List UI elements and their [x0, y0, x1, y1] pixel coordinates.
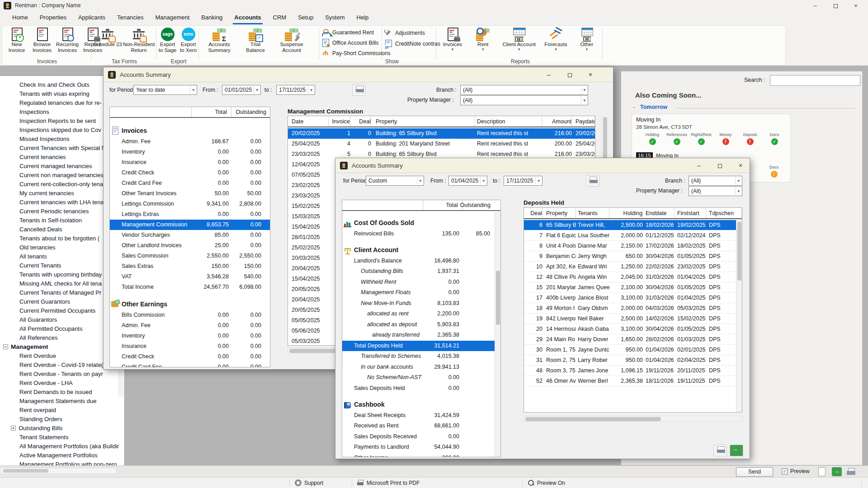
- ribbon-button[interactable]: Rent▾: [470, 27, 495, 56]
- sidebar-item[interactable]: Management Statements due: [0, 396, 125, 405]
- ribbon-button[interactable]: Adjustments: [384, 28, 435, 37]
- list-item[interactable]: Landlord's Balance 16,496.80: [342, 256, 495, 267]
- list-item[interactable]: Withheld Rent 0.00: [342, 277, 495, 288]
- status-support[interactable]: Support: [295, 479, 323, 486]
- expand-icon[interactable]: [3, 344, 8, 349]
- close-button[interactable]: ×: [846, 0, 865, 11]
- table-row[interactable]: 25/04/2025 4 0 Building: 201 Maryland St…: [288, 139, 595, 149]
- from-date-select[interactable]: 01/04/2025▾: [448, 176, 487, 186]
- table-horizontal-scrollbar[interactable]: [524, 416, 742, 422]
- close-button[interactable]: ×: [582, 68, 599, 81]
- table-row[interactable]: 52 46 Omer Av Werner Berl 2,365.38 18/11…: [524, 376, 736, 386]
- menu-item[interactable]: Management: [149, 11, 195, 25]
- preview-checkbox[interactable]: [782, 469, 788, 474]
- list-item[interactable]: Sales Deposits Held 0.00: [342, 383, 495, 394]
- list-item[interactable]: Insurance 0.00 0.00: [110, 341, 270, 352]
- ribbon-button[interactable]: Forecasts▾: [542, 27, 569, 56]
- ribbon-button[interactable]: Office Account Bills: [321, 39, 380, 47]
- table-row[interactable]: 19 842 Liverpo Neil Baker 2,500.00 14/02…: [524, 314, 736, 324]
- maximize-button[interactable]: [561, 68, 578, 81]
- list-item[interactable]: Sales Deposits Received 0.00: [342, 432, 495, 442]
- ribbon-button[interactable]: RecurringInvoices: [55, 27, 80, 56]
- period-select[interactable]: Year to date▾: [133, 85, 197, 95]
- property-manager-select[interactable]: (All)▾: [689, 186, 742, 196]
- list-item[interactable]: allocated as rent 2,200.00: [342, 309, 495, 319]
- table-vertical-scrollbar[interactable]: [736, 220, 742, 413]
- menu-item[interactable]: System: [319, 11, 350, 25]
- ribbon-button[interactable]: Non-ResidentReturn: [123, 27, 155, 56]
- ribbon-button[interactable]: Client Account▾: [500, 27, 538, 56]
- list-item[interactable]: VAT 3,546.28 540.00: [110, 272, 270, 282]
- menu-item[interactable]: Help: [351, 11, 375, 25]
- ribbon-button[interactable]: Other▾: [574, 27, 599, 56]
- list-item[interactable]: Management Floats 0.00: [342, 287, 495, 298]
- maximize-button[interactable]: [711, 159, 728, 172]
- window-titlebar[interactable]: Accounts Summary: [335, 158, 750, 173]
- ribbon-button[interactable]: BrowseInvoices: [29, 27, 55, 56]
- property-manager-select[interactable]: (All)▾: [460, 95, 588, 105]
- list-item[interactable]: Reinvoiced Bills 135.00 85.00: [342, 229, 495, 239]
- list-item[interactable]: Invoices: [110, 125, 270, 136]
- ribbon-button[interactable]: Exportto Sage: [157, 27, 178, 56]
- list-item[interactable]: Credit Check 0.00 0.00: [110, 168, 270, 178]
- list-item[interactable]: Inventory 0.00 0.00: [110, 331, 270, 341]
- table-row[interactable]: 7 Flat 6 Equic Lisa Souther 2,000.00 01/…: [524, 230, 736, 241]
- status-printer[interactable]: Microsoft Print to PDF: [357, 479, 420, 486]
- list-item[interactable]: Lettings Extras 0.00 0.00: [110, 209, 270, 220]
- table-row[interactable]: 8 Unit 4 Pools Dianne Mar 2,150.00 17/02…: [524, 241, 736, 251]
- ribbon-button[interactable]: Invoices▾: [440, 27, 465, 56]
- list-item[interactable]: Sales Commission 2,550.00 2,550.00: [110, 251, 270, 261]
- list-item[interactable]: No Scheme/Non-AST 0.00: [342, 372, 495, 383]
- table-row[interactable]: 6 65 Silbury B Trevor Hill, 2,500.00 18/…: [524, 220, 736, 230]
- sidebar-item[interactable]: Rent Overdue - LHA: [0, 378, 125, 387]
- list-item[interactable]: Admin. Fee 0.00 0.00: [110, 320, 270, 331]
- list-item[interactable]: Inventory 0.00 0.00: [110, 147, 270, 157]
- list-item[interactable]: Management Commission 8,653.75 0.00: [110, 220, 270, 230]
- list-item[interactable]: Other Income 300.00: [342, 453, 495, 458]
- menu-item[interactable]: Properties: [34, 11, 72, 25]
- expand-icon[interactable]: [11, 426, 16, 431]
- list-item[interactable]: Admin. Fee 166.67 0.00: [110, 136, 270, 147]
- status-preview[interactable]: Preview On: [528, 479, 565, 486]
- search-input[interactable]: [770, 75, 860, 86]
- ribbon-button[interactable]: Exportto Xero: [178, 27, 198, 56]
- table-row[interactable]: 17 400b Liverp Janice Blost 3,100.00 31/…: [524, 293, 736, 303]
- ribbon-button[interactable]: Schedule 23: [93, 27, 123, 56]
- list-item[interactable]: Deal Sheet Receipts 31,424.59: [342, 410, 495, 421]
- menu-item[interactable]: Accounts: [228, 11, 267, 25]
- list-item[interactable]: Sales Extras 150.00 150.00: [110, 261, 270, 272]
- ribbon-button[interactable]: SuspenseAccount: [274, 27, 310, 56]
- sidebar-item[interactable]: All Management Portfolios (aka Buildir: [0, 441, 125, 450]
- list-item[interactable]: Vendor Surcharges 85.00 0.00: [110, 230, 270, 240]
- table-row[interactable]: 12 48 Cllive Pla Angela Win 2,045.00 31/…: [524, 272, 736, 282]
- branch-select[interactable]: (All)▾: [689, 176, 742, 186]
- menu-item[interactable]: Tenancies: [111, 11, 150, 25]
- print-button[interactable]: [352, 84, 366, 96]
- list-item[interactable]: Other Tenant Invoices 50.00 50.00: [110, 188, 270, 199]
- printer-icon[interactable]: [846, 467, 856, 476]
- table-row[interactable]: 9 Benjamin Cc Jerry Wrigh 650.00 30/04/2…: [524, 251, 736, 262]
- list-item[interactable]: New Move-In Funds 8,103.83: [342, 298, 495, 309]
- page-icon[interactable]: [818, 467, 826, 476]
- list-item[interactable]: Transferred to Schemes 4,015.38: [342, 351, 495, 362]
- list-item[interactable]: Lettings Commission 9,341.00 2,808.00: [110, 199, 270, 209]
- menu-item[interactable]: Applicants: [72, 11, 111, 25]
- list-item[interactable]: Total Deposits Held 31,514.21: [342, 341, 495, 352]
- list-item[interactable]: In our bank accounts 29,941.13: [342, 362, 495, 373]
- table-row[interactable]: 10 Apt 302, Ke Edward Wri 1,250.00 22/02…: [524, 262, 736, 272]
- menu-item[interactable]: Setup: [292, 11, 319, 25]
- print-button[interactable]: [586, 175, 599, 187]
- menu-item[interactable]: CRM: [267, 11, 292, 25]
- sidebar-item[interactable]: Outstanding Bills: [0, 423, 125, 432]
- minimize-button[interactable]: –: [690, 159, 708, 172]
- list-item[interactable]: Credit Check 0.00 0.00: [110, 352, 270, 362]
- collapse-icon[interactable]: -: [633, 104, 635, 110]
- menu-item[interactable]: Banking: [195, 11, 228, 25]
- list-item[interactable]: Cashbook: [342, 399, 495, 410]
- sidebar-item[interactable]: Active Management Portfolios: [0, 450, 125, 460]
- window-titlebar[interactable]: Accounts Summary: [104, 67, 613, 82]
- list-item[interactable]: Credit Card Fee 0.00 0.00: [110, 178, 270, 188]
- sidebar-item[interactable]: Rent overpaid: [0, 405, 125, 414]
- to-date-select[interactable]: 17/11/2025▾: [504, 176, 542, 186]
- export-icon[interactable]: [832, 467, 842, 476]
